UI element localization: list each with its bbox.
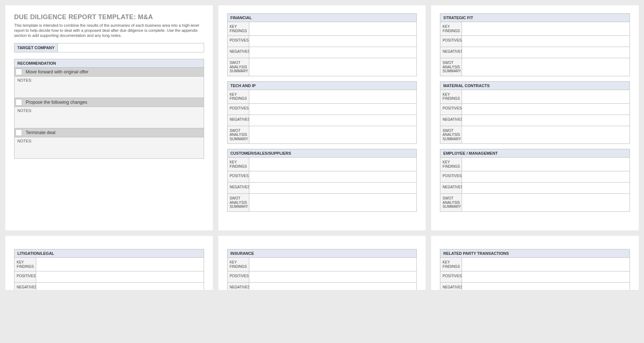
checkbox-icon[interactable] [16, 69, 22, 75]
row-value[interactable] [249, 158, 417, 171]
dd-section: INSURANCEKEY FINDINGSPOSITIVESNEGATIVES [227, 249, 417, 290]
row-value[interactable] [462, 58, 630, 76]
target-company-value[interactable] [58, 43, 204, 52]
row-value[interactable] [249, 47, 417, 58]
section-row: KEY FINDINGS [228, 90, 417, 104]
row-label: KEY FINDINGS [228, 22, 249, 35]
section-row: SWOT ANALYSIS SUMMARY [440, 58, 630, 76]
row-value[interactable] [462, 104, 630, 115]
dd-section: LITIGATION/LEGALKEY FINDINGSPOSITIVESNEG… [14, 249, 204, 290]
row-label: POSITIVES [228, 271, 249, 282]
section-row: NEGATIVES [228, 183, 417, 194]
notes-label: NOTES: [17, 108, 32, 113]
row-value[interactable] [462, 171, 630, 182]
dd-section: EMPLOYEE / MANAGEMENTKEY FINDINGSPOSITIV… [440, 149, 630, 212]
row-value[interactable] [249, 104, 417, 115]
dd-section: FINANCIALKEY FINDINGSPOSITIVESNEGATIVESS… [227, 13, 417, 76]
row-value[interactable] [462, 115, 630, 126]
row-value[interactable] [249, 271, 417, 282]
section-header: LITIGATION/LEGAL [14, 249, 204, 258]
section-row: POSITIVES [440, 271, 630, 283]
section-row: KEY FINDINGS [228, 22, 417, 36]
dd-section: TECH AND IPKEY FINDINGSPOSITIVESNEGATIVE… [227, 81, 417, 144]
section-header: FINANCIAL [228, 14, 417, 22]
row-label: NEGATIVES [228, 183, 249, 193]
page-3: STRATEGIC FITKEY FINDINGSPOSITIVESNEGATI… [431, 5, 639, 231]
section-row: POSITIVES [228, 36, 417, 47]
page-title: DUE DILIGENCE REPORT TEMPLATE: M&A [14, 13, 204, 21]
row-value[interactable] [249, 58, 417, 76]
section-row: KEY FINDINGS [440, 258, 630, 271]
row-value[interactable] [249, 283, 417, 290]
dd-section: RELATED PARTY TRANSACTIONSKEY FINDINGSPO… [440, 249, 630, 290]
recommendation-notes[interactable]: NOTES: [14, 77, 204, 98]
row-label: KEY FINDINGS [228, 258, 249, 271]
row-value[interactable] [249, 90, 417, 103]
row-value[interactable] [36, 258, 204, 271]
row-label: POSITIVES [228, 104, 249, 115]
page-2: FINANCIALKEY FINDINGSPOSITIVESNEGATIVESS… [218, 5, 426, 231]
row-value[interactable] [249, 183, 417, 193]
section-row: NEGATIVES [14, 283, 204, 290]
section-row: NEGATIVES [228, 47, 417, 58]
row-label: NEGATIVES [440, 115, 462, 126]
row-label: KEY FINDINGS [228, 90, 249, 103]
recommendation-option: Move forward with original offer [14, 68, 204, 77]
recommendation-notes[interactable]: NOTES: [14, 137, 204, 158]
row-value[interactable] [462, 158, 630, 171]
recommendation-header: RECOMMENDATION [14, 59, 204, 68]
row-value[interactable] [462, 22, 630, 35]
section-row: KEY FINDINGS [440, 90, 630, 104]
row-label: POSITIVES [440, 171, 462, 182]
row-value[interactable] [249, 171, 417, 182]
row-value[interactable] [36, 283, 204, 290]
row-value[interactable] [462, 183, 630, 193]
row-label: POSITIVES [440, 104, 462, 115]
row-label: SWOT ANALYSIS SUMMARY [228, 194, 249, 211]
row-value[interactable] [462, 126, 630, 144]
row-label: POSITIVES [440, 271, 462, 282]
row-value[interactable] [462, 194, 630, 211]
row-label: POSITIVES [228, 36, 249, 47]
recommendation-option-label: Move forward with original offer [24, 68, 90, 76]
row-value[interactable] [249, 194, 417, 211]
checkbox-icon[interactable] [16, 99, 22, 106]
section-row: POSITIVES [440, 36, 630, 47]
row-label: KEY FINDINGS [440, 22, 462, 35]
row-value[interactable] [462, 47, 630, 58]
row-label: NEGATIVES [228, 115, 249, 126]
row-value[interactable] [462, 258, 630, 271]
row-value[interactable] [249, 126, 417, 144]
row-value[interactable] [249, 36, 417, 47]
recommendation-notes[interactable]: NOTES: [14, 107, 204, 128]
dd-section: MATERIAL CONTRACTSKEY FINDINGSPOSITIVESN… [440, 81, 630, 144]
notes-label: NOTES: [17, 78, 32, 82]
row-label: SWOT ANALYSIS SUMMARY [440, 58, 462, 76]
section-row: SWOT ANALYSIS SUMMARY [440, 126, 630, 144]
row-value[interactable] [462, 283, 630, 290]
row-label: SWOT ANALYSIS SUMMARY [440, 194, 462, 211]
notes-label: NOTES: [17, 139, 32, 143]
row-value[interactable] [249, 115, 417, 126]
row-value[interactable] [249, 22, 417, 35]
section-row: NEGATIVES [440, 183, 630, 194]
row-value[interactable] [462, 90, 630, 103]
row-value[interactable] [462, 271, 630, 282]
section-row: SWOT ANALYSIS SUMMARY [228, 194, 417, 211]
row-label: SWOT ANALYSIS SUMMARY [228, 58, 249, 76]
recommendation-option-label: Propose the following changes [24, 98, 89, 107]
row-label: POSITIVES [440, 36, 462, 47]
row-label: NEGATIVES [440, 183, 462, 193]
recommendation-table: RECOMMENDATION Move forward with origina… [14, 59, 204, 159]
checkbox-icon[interactable] [16, 129, 22, 136]
row-label: NEGATIVES [228, 47, 249, 58]
row-value[interactable] [462, 36, 630, 47]
row-value[interactable] [249, 258, 417, 271]
row-label: NEGATIVES [228, 283, 249, 290]
row-value[interactable] [36, 271, 204, 282]
section-row: KEY FINDINGS [440, 22, 630, 36]
section-row: POSITIVES [440, 104, 630, 115]
section-header: CUSTOMER/SALES/SUPPLIERS [228, 149, 417, 158]
section-row: POSITIVES [228, 104, 417, 115]
dd-section: STRATEGIC FITKEY FINDINGSPOSITIVESNEGATI… [440, 13, 630, 76]
